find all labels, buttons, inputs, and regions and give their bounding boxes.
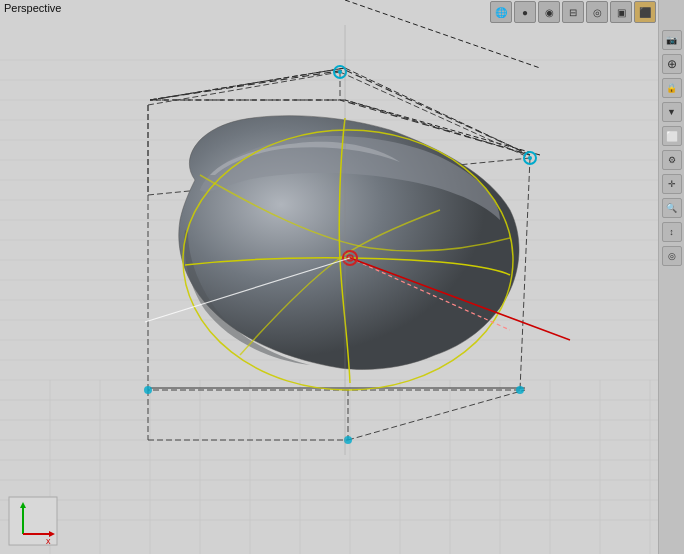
svg-text:x: x [46, 536, 51, 546]
viewport-3d[interactable] [0, 0, 658, 554]
lock-icon[interactable]: 🔒 [662, 78, 682, 98]
viewport-container: Perspective 🌐 ● ◉ ⊟ ◎ ▣ ⬛ 📷 ⊕ 🔒 ▼ ⬜ ⚙ ✛ … [0, 0, 684, 554]
capture-icon[interactable]: ⬜ [662, 126, 682, 146]
viewport-label: Perspective [4, 2, 61, 14]
right-toolbar: 📷 ⊕ 🔒 ▼ ⬜ ⚙ ✛ 🔍 ↕ ◎ [658, 0, 684, 554]
flat-icon[interactable]: ⊟ [562, 1, 584, 23]
rendered-icon[interactable]: ◉ [538, 1, 560, 23]
svg-point-67 [516, 386, 524, 394]
grid-svg [0, 0, 658, 554]
coord-indicator: x [8, 496, 58, 546]
svg-point-63 [338, 70, 342, 74]
zoom-icon[interactable]: 🔍 [662, 198, 682, 218]
camera-icon[interactable]: 📷 [662, 30, 682, 50]
svg-point-65 [528, 156, 532, 160]
settings-icon[interactable]: ⚙ [662, 150, 682, 170]
move-cross-icon[interactable]: ✛ [662, 174, 682, 194]
shaded-icon[interactable]: ● [514, 1, 536, 23]
axes-svg: x [8, 496, 58, 546]
box-icon[interactable]: ▣ [610, 1, 632, 23]
top-toolbar: 🌐 ● ◉ ⊟ ◎ ▣ ⬛ [490, 0, 656, 24]
globe-icon[interactable]: 🌐 [490, 1, 512, 23]
cube-icon[interactable]: ⬛ [634, 1, 656, 23]
target-icon[interactable]: ◎ [662, 246, 682, 266]
pan-icon[interactable]: ↕ [662, 222, 682, 242]
ghosted-icon[interactable]: ◎ [586, 1, 608, 23]
svg-point-66 [144, 386, 152, 394]
dropdown-icon[interactable]: ▼ [662, 102, 682, 122]
mouse-icon[interactable]: ⊕ [662, 54, 682, 74]
